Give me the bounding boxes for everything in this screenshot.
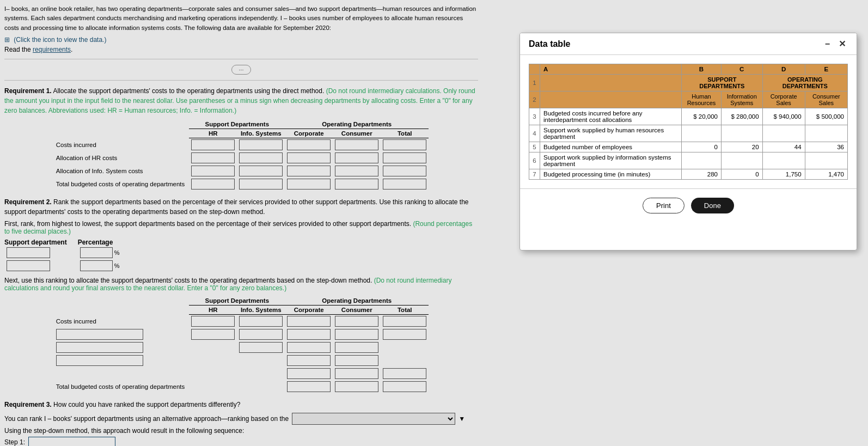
support-depts-label: SUPPORT DEPARTMENTS xyxy=(682,75,763,91)
row4-col-a: Support work supplied by human resources… xyxy=(540,125,682,142)
done-button[interactable]: Done xyxy=(691,198,734,213)
col-b-header: B xyxy=(682,64,722,75)
modal-overlay: Data table − ✕ A B C D E 1 xyxy=(0,0,868,446)
row-num-4: 4 xyxy=(529,125,540,142)
data-table-row-7: 7 Budgeted processing time (in minutes) … xyxy=(529,169,848,180)
row7-col-c: 0 xyxy=(721,169,762,180)
row4-col-e xyxy=(805,125,847,142)
data-table-modal: Data table − ✕ A B C D E 1 xyxy=(519,33,857,251)
data-table-dept-row: 1 SUPPORT DEPARTMENTS OPERATING DEPARTME… xyxy=(529,75,848,91)
data-table-row-5: 5 Budgeted number of employees 0 20 44 3… xyxy=(529,142,848,152)
info-systems-header: InformationSystems xyxy=(721,91,762,108)
data-table-subheader-row: 2 HumanResources InformationSystems Corp… xyxy=(529,91,848,108)
row5-col-a: Budgeted number of employees xyxy=(540,142,682,152)
row5-col-d: 44 xyxy=(762,142,805,152)
modal-minimize-button[interactable]: − xyxy=(823,39,832,49)
data-table-row-6: 6 Support work supplied by information s… xyxy=(529,152,848,169)
modal-header: Data table − ✕ xyxy=(520,33,857,55)
modal-title: Data table xyxy=(529,39,570,49)
row6-col-c xyxy=(721,152,762,169)
row7-col-e: 1,470 xyxy=(805,169,847,180)
data-table-header-row: A B C D E xyxy=(529,64,848,75)
row3-col-d: $ 940,000 xyxy=(762,108,805,125)
row6-col-d xyxy=(762,152,805,169)
row-num-5: 5 xyxy=(529,142,540,152)
modal-controls: − ✕ xyxy=(823,39,848,49)
operating-depts-label: OPERATING DEPARTMENTS xyxy=(762,75,847,91)
row6-col-a: Support work supplied by information sys… xyxy=(540,152,682,169)
row4-col-b xyxy=(682,125,722,142)
modal-close-button[interactable]: ✕ xyxy=(836,39,848,49)
human-resources-header: HumanResources xyxy=(682,91,722,108)
data-table: A B C D E 1 SUPPORT DEPARTMENTS OPERATIN… xyxy=(529,64,848,180)
row7-col-d: 1,750 xyxy=(762,169,805,180)
row5-col-c: 20 xyxy=(721,142,762,152)
col-d-header: D xyxy=(762,64,805,75)
col-c-header: C xyxy=(721,64,762,75)
col-a-header: A xyxy=(540,64,682,75)
row3-col-e: $ 500,000 xyxy=(805,108,847,125)
row-num-3: 3 xyxy=(529,108,540,125)
row7-col-b: 280 xyxy=(682,169,722,180)
row3-col-c: $ 280,000 xyxy=(721,108,762,125)
row5-col-e: 36 xyxy=(805,142,847,152)
modal-body: A B C D E 1 SUPPORT DEPARTMENTS OPERATIN… xyxy=(520,55,857,188)
data-table-row-4: 4 Support work supplied by human resourc… xyxy=(529,125,848,142)
row6-col-e xyxy=(805,152,847,169)
col-e-header: E xyxy=(805,64,847,75)
row-num-1: 1 xyxy=(529,75,540,91)
row5-col-b: 0 xyxy=(682,142,722,152)
row6-col-b xyxy=(682,152,722,169)
row4-col-c xyxy=(721,125,762,142)
modal-footer: Print Done xyxy=(520,188,857,222)
data-table-row-3: 3 Budgeted costs incurred before any int… xyxy=(529,108,848,125)
row7-col-a: Budgeted processing time (in minutes) xyxy=(540,169,682,180)
row4-col-d xyxy=(762,125,805,142)
row-num-2: 2 xyxy=(529,91,540,108)
row3-col-a: Budgeted costs incurred before any inter… xyxy=(540,108,682,125)
print-button[interactable]: Print xyxy=(643,198,684,213)
row-num-6: 6 xyxy=(529,152,540,169)
corporate-sales-header: CorporateSales xyxy=(762,91,805,108)
row3-col-b: $ 20,000 xyxy=(682,108,722,125)
consumer-sales-header: ConsumerSales xyxy=(805,91,847,108)
row-num-7: 7 xyxy=(529,169,540,180)
